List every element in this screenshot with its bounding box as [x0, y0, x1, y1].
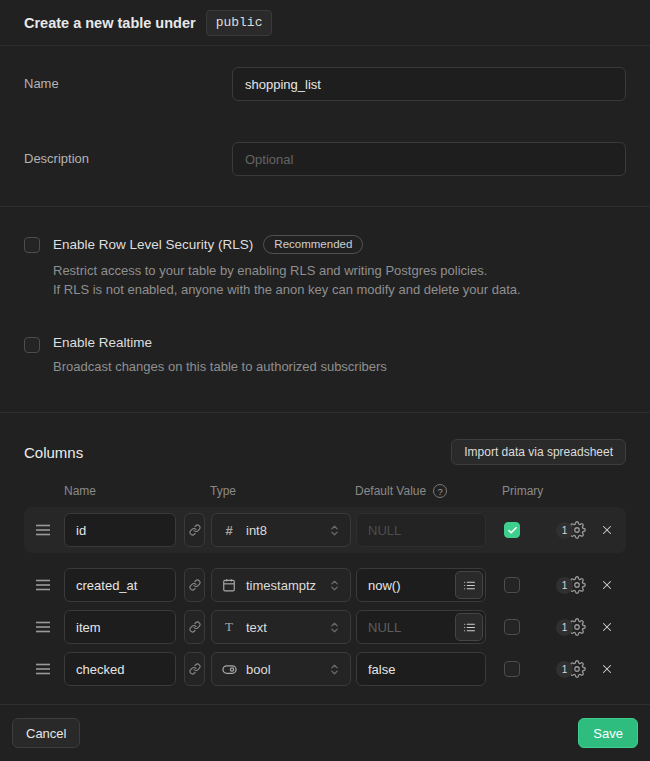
column-settings-button[interactable]: 1 [556, 660, 586, 678]
drag-handle-icon[interactable] [36, 579, 50, 591]
column-row-item: T text 1 [24, 609, 626, 645]
help-icon[interactable]: ? [433, 484, 447, 498]
create-table-dialog: Create a new table under public Name Des… [0, 0, 650, 761]
text-icon: T [221, 619, 237, 635]
cancel-button[interactable]: Cancel [12, 718, 80, 748]
recommended-badge: Recommended [263, 235, 363, 254]
chevron-up-down-icon [328, 663, 341, 676]
table-description-input[interactable] [232, 142, 626, 176]
remove-column-icon[interactable] [598, 521, 616, 539]
schema-name-chip: public [206, 10, 273, 36]
column-name-input[interactable] [64, 610, 176, 644]
remove-column-icon[interactable] [598, 660, 616, 678]
rls-checkbox[interactable] [24, 237, 40, 253]
column-header-name: Name [64, 484, 210, 498]
foreign-key-link-icon[interactable] [184, 568, 205, 602]
name-field-label: Name [24, 67, 232, 91]
settings-count-badge: 1 [556, 661, 573, 678]
foreign-key-link-icon[interactable] [184, 610, 205, 644]
column-settings-button[interactable]: 1 [556, 576, 586, 594]
import-spreadsheet-button[interactable]: Import data via spreadsheet [451, 439, 626, 465]
column-name-input[interactable] [64, 568, 176, 602]
primary-checkbox[interactable] [504, 522, 520, 538]
remove-column-icon[interactable] [598, 576, 616, 594]
drag-handle-icon[interactable] [36, 524, 50, 536]
primary-checkbox[interactable] [504, 577, 520, 593]
columns-section: Columns Import data via spreadsheet Name… [0, 413, 650, 693]
realtime-label: Enable Realtime [53, 335, 152, 350]
column-name-input[interactable] [64, 513, 176, 547]
primary-checkbox[interactable] [504, 661, 520, 677]
column-settings-button[interactable]: 1 [556, 521, 586, 539]
column-row-created-at: timestamptz 1 [24, 567, 626, 603]
column-default-input[interactable] [356, 652, 486, 686]
column-row-checked: bool 1 [24, 651, 626, 687]
chevron-up-down-icon [328, 621, 341, 634]
table-options-section: Enable Row Level Security (RLS) Recommen… [0, 207, 650, 412]
foreign-key-link-icon[interactable] [184, 652, 205, 686]
primary-checkbox[interactable] [504, 619, 520, 635]
dialog-header: Create a new table under public [0, 0, 650, 46]
rls-option-content: Enable Row Level Security (RLS) Recommen… [53, 235, 521, 299]
realtime-option-content: Enable Realtime Broadcast changes on thi… [53, 335, 387, 376]
column-type-select[interactable]: T text [211, 610, 351, 644]
column-settings-button[interactable]: 1 [556, 618, 586, 636]
name-field-row: Name [24, 67, 626, 101]
realtime-checkbox[interactable] [24, 337, 40, 353]
remove-column-icon[interactable] [598, 618, 616, 636]
hash-icon: # [221, 523, 237, 538]
rls-label: Enable Row Level Security (RLS) [53, 237, 253, 252]
table-fields-section: Name Description [0, 46, 650, 206]
save-button[interactable]: Save [578, 718, 638, 748]
default-suggestions-icon[interactable] [455, 571, 483, 599]
realtime-option: Enable Realtime Broadcast changes on thi… [24, 335, 626, 376]
rls-option: Enable Row Level Security (RLS) Recommen… [24, 235, 626, 299]
settings-count-badge: 1 [556, 619, 573, 636]
column-type-select[interactable]: # int8 [211, 513, 351, 547]
chevron-up-down-icon [328, 579, 341, 592]
column-type-select[interactable]: bool [211, 652, 351, 686]
toggle-icon [221, 662, 237, 677]
calendar-icon [221, 578, 237, 592]
rls-description: Restrict access to your table by enablin… [53, 261, 521, 299]
column-row-id: # int8 1 [24, 507, 626, 553]
default-suggestions-icon[interactable] [455, 613, 483, 641]
chevron-up-down-icon [328, 524, 341, 537]
columns-title: Columns [24, 444, 83, 461]
foreign-key-link-icon[interactable] [184, 513, 205, 547]
settings-count-badge: 1 [556, 577, 573, 594]
realtime-description: Broadcast changes on this table to autho… [53, 357, 387, 376]
description-field-label: Description [24, 142, 232, 166]
column-default-input [356, 513, 486, 547]
column-type-select[interactable]: timestamptz [211, 568, 351, 602]
column-header-type: Type [210, 484, 355, 498]
dialog-title: Create a new table under [24, 15, 196, 31]
column-header-default: Default Value ? [355, 484, 502, 498]
columns-header-row: Name Type Default Value ? Primary [24, 484, 626, 498]
column-header-primary: Primary [502, 484, 543, 498]
column-name-input[interactable] [64, 652, 176, 686]
settings-count-badge: 1 [556, 522, 573, 539]
drag-handle-icon[interactable] [36, 663, 50, 675]
dialog-footer: Cancel Save [0, 704, 650, 761]
description-field-row: Description [24, 142, 626, 176]
drag-handle-icon[interactable] [36, 621, 50, 633]
table-name-input[interactable] [232, 67, 626, 101]
